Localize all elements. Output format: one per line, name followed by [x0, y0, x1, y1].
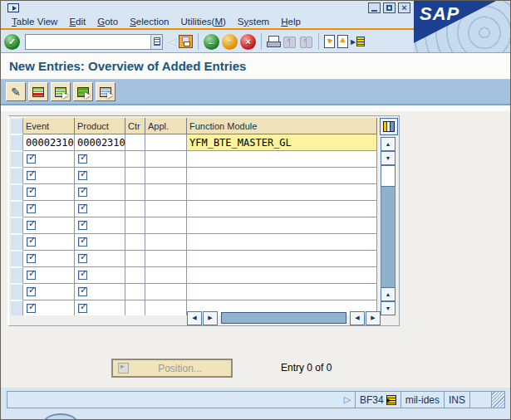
empty-cell[interactable] [75, 151, 125, 168]
checked-checkbox-icon[interactable] [78, 237, 87, 247]
delete-row-button[interactable] [28, 82, 48, 101]
checked-checkbox-icon[interactable] [78, 221, 87, 230]
empty-cell[interactable] [125, 151, 145, 168]
empty-cell[interactable] [125, 168, 145, 184]
checked-checkbox-icon[interactable] [27, 271, 36, 280]
empty-cell[interactable] [125, 217, 145, 234]
vertical-scroll-thumb[interactable] [381, 165, 396, 187]
empty-cell[interactable] [23, 267, 75, 284]
continue-button[interactable]: ✓ [4, 34, 20, 50]
checked-checkbox-icon[interactable] [27, 237, 36, 247]
copy-row-button[interactable] [51, 82, 71, 101]
row-selector[interactable] [11, 284, 23, 300]
command-field[interactable] [26, 36, 150, 48]
empty-cell[interactable] [75, 284, 125, 300]
status-transaction-cell[interactable]: BF34 [355, 392, 400, 408]
empty-cell[interactable] [145, 201, 187, 217]
scroll-right-button[interactable]: ▶ [203, 311, 218, 325]
checked-checkbox-icon[interactable] [78, 271, 87, 280]
new-session-button[interactable]: ▲ [324, 35, 335, 48]
empty-cell[interactable] [145, 184, 187, 201]
empty-cell[interactable] [23, 251, 75, 267]
row-selector[interactable] [11, 151, 23, 168]
empty-cell[interactable] [23, 201, 75, 217]
checked-checkbox-icon[interactable] [78, 154, 87, 164]
empty-cell[interactable] [187, 217, 377, 234]
empty-cell[interactable] [187, 284, 377, 300]
scroll-up-button[interactable]: ▲ [381, 137, 396, 151]
checked-checkbox-icon[interactable] [27, 188, 36, 197]
empty-cell[interactable] [125, 251, 145, 267]
empty-cell[interactable] [125, 234, 145, 251]
empty-cell[interactable] [145, 151, 187, 168]
vertical-scroll-track[interactable] [381, 187, 396, 287]
column-header-product[interactable]: Product [75, 118, 125, 134]
checked-checkbox-icon[interactable] [78, 171, 87, 180]
empty-cell[interactable] [75, 234, 125, 251]
exit-button[interactable]: ↑ [222, 34, 238, 50]
print-button[interactable] [267, 36, 280, 48]
menu-item-table-view[interactable]: Table View [6, 16, 63, 27]
system-menu-icon[interactable] [7, 3, 19, 12]
status-expand-button[interactable]: ▷ [340, 392, 355, 408]
menu-item-selection[interactable]: Selection [124, 16, 174, 27]
cell-function_module[interactable]: YFM_BTE_MASTER_GL [187, 134, 377, 151]
cell-event[interactable]: 00002310 [23, 134, 75, 151]
empty-cell[interactable] [145, 251, 187, 267]
empty-cell[interactable] [75, 251, 125, 267]
row-selector[interactable] [11, 300, 23, 315]
checked-checkbox-icon[interactable] [27, 304, 36, 313]
empty-cell[interactable] [23, 184, 75, 201]
checked-checkbox-icon[interactable] [78, 204, 87, 213]
empty-cell[interactable] [187, 251, 377, 267]
find-next-button[interactable] [299, 36, 313, 47]
empty-cell[interactable] [145, 267, 187, 284]
scroll-left-button[interactable]: ◀ [187, 311, 202, 325]
empty-cell[interactable] [145, 217, 187, 234]
empty-cell[interactable] [125, 300, 145, 315]
cancel-button[interactable]: × [240, 34, 256, 50]
maximize-button[interactable] [383, 2, 396, 13]
minimize-button[interactable] [368, 2, 381, 13]
empty-cell[interactable] [75, 201, 125, 217]
empty-cell[interactable] [75, 217, 125, 234]
empty-cell[interactable] [125, 267, 145, 284]
close-button[interactable]: × [398, 2, 410, 13]
checked-checkbox-icon[interactable] [27, 254, 36, 263]
row-selector[interactable] [11, 201, 23, 217]
menu-item-utilities-m-[interactable]: Utilities(M) [175, 16, 232, 27]
empty-cell[interactable] [187, 267, 377, 284]
cell-appl[interactable] [145, 134, 187, 151]
empty-cell[interactable] [23, 151, 75, 168]
empty-cell[interactable] [125, 201, 145, 217]
command-history-icon[interactable] [150, 35, 162, 49]
checked-checkbox-icon[interactable] [27, 221, 36, 230]
scroll-bottom-down-button[interactable]: ▼ [381, 301, 396, 315]
row-selector[interactable] [11, 251, 23, 267]
empty-cell[interactable] [125, 284, 145, 300]
checked-checkbox-icon[interactable] [27, 204, 36, 213]
deselect-all-button[interactable] [96, 82, 115, 101]
toggle-display-change-button[interactable]: ✎ [6, 82, 26, 101]
menu-item-help[interactable]: Help [275, 16, 307, 27]
table-config-button[interactable] [380, 118, 398, 135]
menu-item-edit[interactable]: Edit [63, 16, 91, 27]
scroll-bottom-up-button[interactable]: ▲ [381, 287, 396, 301]
empty-cell[interactable] [145, 300, 187, 315]
collapse-toolbar-button[interactable]: ◁ [168, 36, 176, 48]
empty-cell[interactable] [75, 267, 125, 284]
menu-item-system[interactable]: System [232, 16, 275, 27]
scroll-down-button[interactable]: ▼ [381, 151, 396, 165]
column-header-appl[interactable]: Appl. [145, 118, 187, 134]
cell-product[interactable]: 00002310 [75, 134, 125, 151]
empty-cell[interactable] [23, 168, 75, 184]
empty-cell[interactable] [187, 168, 377, 184]
select-all-rows-cell[interactable] [11, 118, 23, 134]
empty-cell[interactable] [187, 201, 377, 217]
row-selector[interactable] [11, 267, 23, 284]
empty-cell[interactable] [187, 234, 377, 251]
row-selector[interactable] [11, 168, 23, 184]
layout-menu-button[interactable]: ▶ [351, 37, 365, 46]
column-header-event[interactable]: Event [23, 118, 75, 134]
column-header-functionmodule[interactable]: Function Module [187, 118, 377, 134]
